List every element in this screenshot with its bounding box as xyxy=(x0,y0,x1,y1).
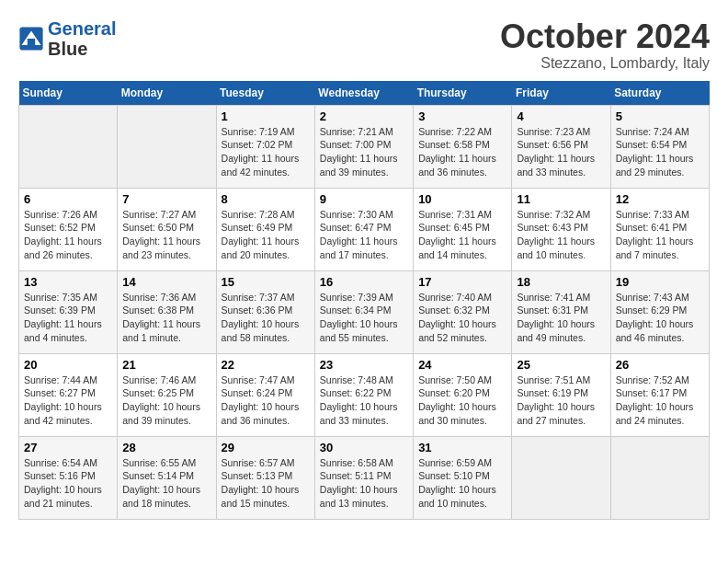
calendar-cell: 16Sunrise: 7:39 AMSunset: 6:34 PMDayligh… xyxy=(314,270,413,353)
day-info: Sunrise: 7:23 AMSunset: 6:56 PMDaylight:… xyxy=(517,125,605,179)
calendar-cell: 9Sunrise: 7:30 AMSunset: 6:47 PMDaylight… xyxy=(314,188,413,270)
calendar-cell: 17Sunrise: 7:40 AMSunset: 6:32 PMDayligh… xyxy=(414,270,512,353)
day-number: 21 xyxy=(122,358,210,372)
weekday-header-row: SundayMondayTuesdayWednesdayThursdayFrid… xyxy=(19,81,710,106)
day-info: Sunrise: 7:36 AMSunset: 6:38 PMDaylight:… xyxy=(122,291,210,345)
day-number: 4 xyxy=(517,109,605,123)
calendar-cell: 21Sunrise: 7:46 AMSunset: 6:25 PMDayligh… xyxy=(118,353,216,436)
day-number: 22 xyxy=(222,358,310,372)
day-info: Sunrise: 7:50 AMSunset: 6:20 PMDaylight:… xyxy=(418,373,506,428)
day-number: 10 xyxy=(418,192,506,206)
weekday-header-wednesday: Wednesday xyxy=(314,81,413,106)
day-number: 8 xyxy=(222,192,310,206)
day-info: Sunrise: 6:58 AMSunset: 5:11 PMDaylight:… xyxy=(320,456,408,511)
day-info: Sunrise: 7:40 AMSunset: 6:32 PMDaylight:… xyxy=(418,291,506,345)
day-number: 1 xyxy=(222,109,310,123)
day-info: Sunrise: 7:43 AMSunset: 6:29 PMDaylight:… xyxy=(616,291,704,345)
day-info: Sunrise: 7:28 AMSunset: 6:49 PMDaylight:… xyxy=(222,208,310,262)
day-number: 29 xyxy=(222,441,310,454)
weekday-header-tuesday: Tuesday xyxy=(216,81,314,106)
month-title: October 2024 xyxy=(500,18,710,55)
day-number: 26 xyxy=(616,358,704,372)
day-info: Sunrise: 7:32 AMSunset: 6:43 PMDaylight:… xyxy=(517,208,605,262)
calendar-cell: 4Sunrise: 7:23 AMSunset: 6:56 PMDaylight… xyxy=(512,105,610,188)
week-row-4: 20Sunrise: 7:44 AMSunset: 6:27 PMDayligh… xyxy=(19,353,710,436)
day-number: 3 xyxy=(418,109,506,123)
calendar-cell: 7Sunrise: 7:27 AMSunset: 6:50 PMDaylight… xyxy=(118,188,216,270)
calendar-cell: 18Sunrise: 7:41 AMSunset: 6:31 PMDayligh… xyxy=(512,270,610,353)
day-info: Sunrise: 7:33 AMSunset: 6:41 PMDaylight:… xyxy=(616,208,704,262)
day-number: 12 xyxy=(616,192,704,206)
day-number: 11 xyxy=(517,192,605,206)
day-number: 27 xyxy=(24,441,112,454)
day-info: Sunrise: 7:21 AMSunset: 7:00 PMDaylight:… xyxy=(320,125,408,179)
page-header: General Blue October 2024 Stezzano, Lomb… xyxy=(18,18,710,72)
day-number: 16 xyxy=(320,275,408,289)
day-info: Sunrise: 7:44 AMSunset: 6:27 PMDaylight:… xyxy=(24,373,112,428)
day-number: 25 xyxy=(517,358,605,372)
day-info: Sunrise: 7:26 AMSunset: 6:52 PMDaylight:… xyxy=(24,208,112,262)
calendar-cell xyxy=(118,105,216,188)
calendar-table: SundayMondayTuesdayWednesdayThursdayFrid… xyxy=(18,81,710,520)
week-row-3: 13Sunrise: 7:35 AMSunset: 6:39 PMDayligh… xyxy=(19,270,710,353)
day-number: 6 xyxy=(24,192,112,206)
day-info: Sunrise: 7:46 AMSunset: 6:25 PMDaylight:… xyxy=(122,373,210,428)
calendar-cell: 10Sunrise: 7:31 AMSunset: 6:45 PMDayligh… xyxy=(414,188,512,270)
logo-icon xyxy=(18,26,44,52)
logo-general: General xyxy=(48,18,116,39)
calendar-cell: 22Sunrise: 7:47 AMSunset: 6:24 PMDayligh… xyxy=(216,353,314,436)
day-number: 13 xyxy=(24,275,112,289)
calendar-cell: 29Sunrise: 6:57 AMSunset: 5:13 PMDayligh… xyxy=(216,436,314,519)
calendar-cell: 12Sunrise: 7:33 AMSunset: 6:41 PMDayligh… xyxy=(610,188,709,270)
day-info: Sunrise: 7:24 AMSunset: 6:54 PMDaylight:… xyxy=(616,125,704,179)
calendar-cell: 31Sunrise: 6:59 AMSunset: 5:10 PMDayligh… xyxy=(414,436,512,519)
weekday-header-saturday: Saturday xyxy=(610,81,709,106)
day-info: Sunrise: 7:19 AMSunset: 7:02 PMDaylight:… xyxy=(222,125,310,179)
calendar-cell: 24Sunrise: 7:50 AMSunset: 6:20 PMDayligh… xyxy=(414,353,512,436)
week-row-5: 27Sunrise: 6:54 AMSunset: 5:16 PMDayligh… xyxy=(19,436,710,519)
calendar-cell: 27Sunrise: 6:54 AMSunset: 5:16 PMDayligh… xyxy=(19,436,118,519)
day-number: 28 xyxy=(122,441,210,454)
day-info: Sunrise: 7:48 AMSunset: 6:22 PMDaylight:… xyxy=(320,373,408,428)
calendar-cell: 13Sunrise: 7:35 AMSunset: 6:39 PMDayligh… xyxy=(19,270,118,353)
day-info: Sunrise: 7:51 AMSunset: 6:19 PMDaylight:… xyxy=(517,373,605,428)
day-number: 30 xyxy=(320,441,408,454)
day-info: Sunrise: 6:55 AMSunset: 5:14 PMDaylight:… xyxy=(122,456,210,511)
day-info: Sunrise: 7:27 AMSunset: 6:50 PMDaylight:… xyxy=(122,208,210,262)
calendar-cell: 28Sunrise: 6:55 AMSunset: 5:14 PMDayligh… xyxy=(118,436,216,519)
title-block: October 2024 Stezzano, Lombardy, Italy xyxy=(500,18,710,72)
day-number: 24 xyxy=(418,358,506,372)
day-info: Sunrise: 7:41 AMSunset: 6:31 PMDaylight:… xyxy=(517,291,605,345)
calendar-cell: 6Sunrise: 7:26 AMSunset: 6:52 PMDaylight… xyxy=(19,188,118,270)
calendar-cell: 5Sunrise: 7:24 AMSunset: 6:54 PMDaylight… xyxy=(610,105,709,188)
calendar-cell: 1Sunrise: 7:19 AMSunset: 7:02 PMDaylight… xyxy=(216,105,314,188)
day-info: Sunrise: 7:47 AMSunset: 6:24 PMDaylight:… xyxy=(222,373,310,428)
day-info: Sunrise: 7:22 AMSunset: 6:58 PMDaylight:… xyxy=(418,125,506,179)
day-info: Sunrise: 7:52 AMSunset: 6:17 PMDaylight:… xyxy=(616,373,704,428)
calendar-cell xyxy=(610,436,709,519)
calendar-cell: 26Sunrise: 7:52 AMSunset: 6:17 PMDayligh… xyxy=(610,353,709,436)
day-number: 9 xyxy=(320,192,408,206)
day-number: 31 xyxy=(418,441,506,454)
logo: General Blue xyxy=(18,18,116,59)
svg-rect-2 xyxy=(28,39,35,45)
calendar-cell xyxy=(19,105,118,188)
day-info: Sunrise: 6:54 AMSunset: 5:16 PMDaylight:… xyxy=(24,456,112,511)
day-number: 23 xyxy=(320,358,408,372)
day-number: 7 xyxy=(122,192,210,206)
day-number: 15 xyxy=(222,275,310,289)
calendar-cell: 25Sunrise: 7:51 AMSunset: 6:19 PMDayligh… xyxy=(512,353,610,436)
calendar-cell: 8Sunrise: 7:28 AMSunset: 6:49 PMDaylight… xyxy=(216,188,314,270)
calendar-cell: 19Sunrise: 7:43 AMSunset: 6:29 PMDayligh… xyxy=(610,270,709,353)
calendar-cell: 20Sunrise: 7:44 AMSunset: 6:27 PMDayligh… xyxy=(19,353,118,436)
weekday-header-sunday: Sunday xyxy=(19,81,118,106)
week-row-2: 6Sunrise: 7:26 AMSunset: 6:52 PMDaylight… xyxy=(19,188,710,270)
day-info: Sunrise: 6:57 AMSunset: 5:13 PMDaylight:… xyxy=(222,456,310,511)
calendar-cell: 11Sunrise: 7:32 AMSunset: 6:43 PMDayligh… xyxy=(512,188,610,270)
calendar-cell: 30Sunrise: 6:58 AMSunset: 5:11 PMDayligh… xyxy=(314,436,413,519)
weekday-header-monday: Monday xyxy=(118,81,216,106)
day-number: 18 xyxy=(517,275,605,289)
day-info: Sunrise: 7:39 AMSunset: 6:34 PMDaylight:… xyxy=(320,291,408,345)
day-number: 2 xyxy=(320,109,408,123)
calendar-cell: 15Sunrise: 7:37 AMSunset: 6:36 PMDayligh… xyxy=(216,270,314,353)
